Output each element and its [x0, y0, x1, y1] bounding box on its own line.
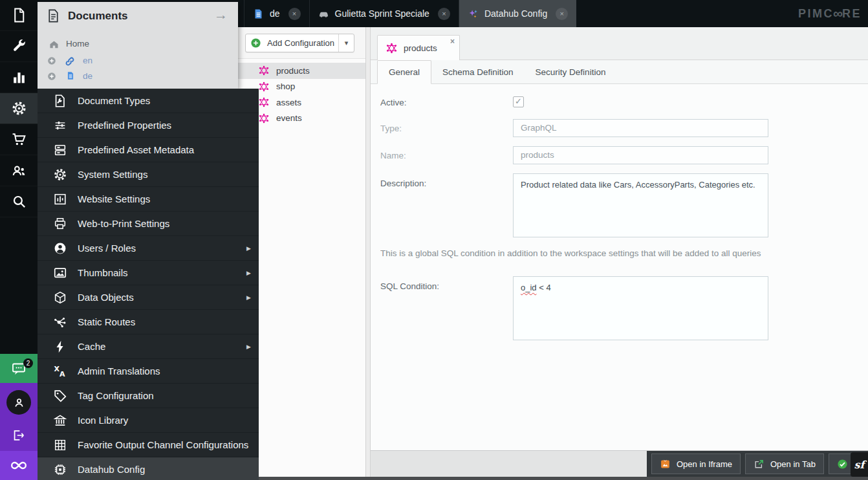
top-tab-de[interactable]: de× — [244, 0, 310, 27]
active-label: Active: — [380, 98, 407, 107]
subtab-general[interactable]: General — [377, 60, 431, 84]
menu-item-label: Cache — [78, 341, 105, 352]
menu-item-datahub-config[interactable]: Datahub Config — [38, 457, 259, 480]
external-icon — [754, 459, 765, 470]
tab-close-icon[interactable]: × — [288, 8, 301, 20]
sql-rest: < 4 — [537, 283, 551, 292]
top-tab-gulietta[interactable]: Gulietta Sprint Speciale× — [310, 0, 459, 27]
config-subtabs: GeneralSchema DefinitionSecurity Definit… — [371, 60, 868, 84]
menu-item-label: Document Types — [78, 95, 150, 106]
tab-products[interactable]: products × — [377, 35, 460, 60]
add-configuration-dropdown[interactable]: ▾ — [338, 34, 354, 52]
rail-item-users[interactable] — [0, 155, 38, 186]
panel-splitter[interactable] — [365, 27, 371, 477]
open-iframe-button[interactable]: Open in Iframe — [651, 453, 741, 474]
submenu-arrow-icon: ▶ — [246, 245, 251, 252]
subtab-security-definition[interactable]: Security Definition — [525, 60, 617, 83]
rail-item-notifications[interactable]: 2 — [0, 354, 38, 383]
routes-icon — [53, 315, 67, 329]
menu-item-label: Admin Translations — [78, 365, 160, 376]
tab-close-icon[interactable]: × — [556, 8, 568, 20]
menu-item-label: System Settings — [78, 169, 147, 180]
menu-item-predefined-asset-metadata[interactable]: Predefined Asset Metadata — [38, 138, 259, 162]
rail-item-gear[interactable] — [0, 93, 38, 124]
menu-item-data-objects[interactable]: Data Objects▶ — [38, 285, 259, 310]
name-field: products — [513, 146, 768, 164]
menu-item-predefined-properties[interactable]: Predefined Properties — [38, 113, 259, 138]
config-item-label: shop — [276, 82, 295, 91]
plus-gray-icon — [47, 72, 56, 81]
menu-item-favorite-output-channel-configurations[interactable]: Favorite Output Channel Configurations — [38, 433, 259, 457]
config-editor-panel: products × GeneralSchema DefinitionSecur… — [371, 27, 868, 477]
menu-item-users-roles[interactable]: Users / Roles▶ — [38, 236, 259, 261]
menu-item-document-types[interactable]: Document Types — [38, 89, 259, 113]
window-bottom-strip — [238, 477, 868, 480]
settings-menu: Document TypesPredefined PropertiesPrede… — [38, 89, 259, 480]
open-document-tabs: de×Gulietta Sprint Speciale×Datahub Conf… — [244, 0, 576, 27]
config-item-label: events — [276, 113, 302, 123]
cart-icon — [11, 131, 27, 147]
tab-products-close-icon[interactable]: × — [450, 37, 455, 46]
user-circle-icon — [53, 241, 67, 256]
logout-icon[interactable] — [12, 428, 26, 442]
menu-item-static-routes[interactable]: Static Routes — [38, 310, 259, 334]
subtab-schema-definition[interactable]: Schema Definition — [431, 60, 525, 83]
chip-icon — [53, 463, 67, 477]
sliders-icon — [53, 118, 67, 133]
config-list-toolbar: Add Configuration ▾ — [238, 27, 365, 59]
active-checkbox[interactable]: ✓ — [513, 96, 524, 107]
symfony-profiler-badge[interactable]: sf — [851, 452, 868, 477]
name-label: Name: — [380, 151, 406, 160]
sparkle-icon — [468, 8, 479, 19]
documents-icon — [46, 8, 61, 23]
rail-item-wrench[interactable] — [0, 31, 38, 62]
notification-count-badge: 2 — [23, 358, 33, 368]
check-circle-icon — [837, 459, 848, 470]
rail-item-chart[interactable] — [0, 62, 38, 93]
gear-icon — [11, 100, 27, 116]
rail-item-file[interactable] — [0, 0, 38, 31]
menu-item-tag-configuration[interactable]: Tag Configuration — [38, 384, 259, 408]
rail-item-cart[interactable] — [0, 124, 38, 155]
left-icon-rail: 2 — [0, 0, 38, 480]
tab-products-label: products — [404, 43, 437, 53]
iframe-icon — [660, 459, 671, 470]
menu-item-label: Datahub Config — [78, 464, 145, 475]
menu-item-label: Predefined Properties — [78, 120, 171, 131]
tree-item-de[interactable]: de — [37, 70, 238, 83]
footer-button-label: Open in Iframe — [677, 459, 732, 469]
menu-item-system-settings[interactable]: System Settings — [38, 162, 259, 187]
rail-account-section — [0, 383, 38, 480]
sql-condition-field[interactable]: o_id < 4 — [513, 276, 768, 340]
menu-item-admin-translations[interactable]: XAAdmin Translations — [38, 359, 259, 384]
user-avatar[interactable] — [6, 390, 31, 415]
tab-close-icon[interactable]: × — [438, 8, 450, 20]
menu-item-label: Web-to-Print Settings — [78, 218, 169, 229]
menu-item-label: Data Objects — [78, 292, 134, 303]
menu-item-icon-library[interactable]: Icon Library — [38, 408, 259, 433]
top-tab-label: Gulietta Sprint Speciale — [335, 8, 429, 19]
menu-item-web-to-print-settings[interactable]: Web-to-Print Settings — [38, 212, 259, 236]
menu-item-website-settings[interactable]: Website Settings — [38, 187, 259, 212]
description-field[interactable]: Product related data like Cars, Accessor… — [513, 173, 768, 237]
rail-item-search[interactable] — [0, 186, 38, 217]
config-item-products[interactable]: products — [238, 63, 365, 79]
panel-expand-arrow-icon[interactable]: → — [214, 7, 228, 23]
pimcore-rail-logo[interactable] — [0, 451, 38, 480]
menu-item-cache[interactable]: Cache▶ — [38, 334, 259, 359]
config-tabstrip: products × — [371, 27, 868, 60]
menu-item-thumbnails[interactable]: Thumbnails▶ — [38, 261, 259, 285]
top-tab-datahub[interactable]: Datahub Config× — [459, 0, 576, 27]
svg-text:X: X — [54, 365, 60, 373]
tree-item-en[interactable]: en — [37, 54, 238, 67]
infinity-logo-icon — [5, 457, 33, 474]
footer-button-label: Open in Tab — [770, 459, 816, 469]
add-configuration-button[interactable]: Add Configuration ▾ — [245, 34, 354, 52]
tree-item-label: Home — [66, 39, 89, 49]
image-icon — [53, 266, 67, 280]
tree-item-home[interactable]: Home — [37, 38, 238, 50]
type-label: Type: — [380, 124, 402, 133]
documents-panel-title: Documents — [68, 10, 128, 23]
menu-item-label: Thumbnails — [78, 267, 128, 278]
open-tab-button[interactable]: Open in Tab — [745, 453, 824, 474]
